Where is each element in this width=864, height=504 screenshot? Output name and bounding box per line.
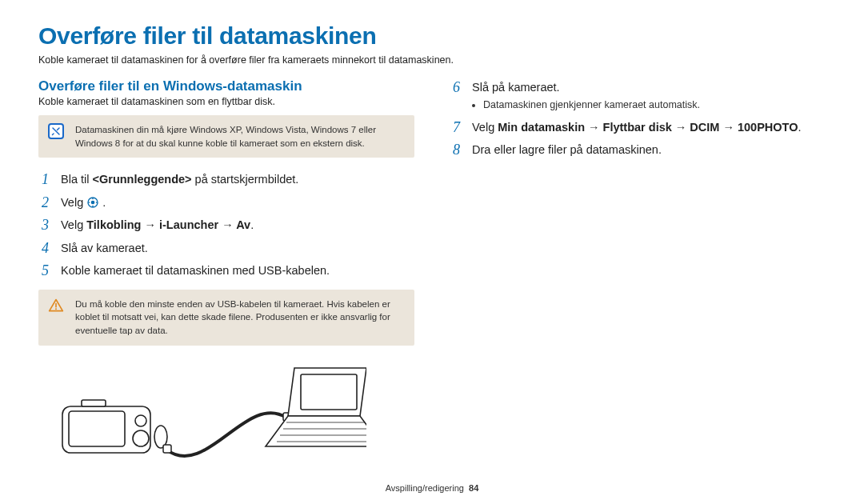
target-icon: [86, 196, 99, 209]
step-1-text-c: på startskjermbildet.: [192, 173, 299, 186]
right-column: Slå på kameraet. Datamaskinen gjenkjenne…: [450, 78, 826, 467]
svg-point-5: [96, 202, 98, 203]
step-3-text-c: .: [250, 218, 254, 231]
steps-list-right: Slå på kameraet. Datamaskinen gjenkjenne…: [450, 78, 826, 159]
camera-to-laptop-illustration: [46, 360, 414, 467]
section-subintro: Koble kameraet til datamaskinen som en f…: [38, 96, 414, 107]
svg-point-4: [89, 202, 90, 203]
step-5-text: Koble kameraet til datamaskinen med USB-…: [61, 264, 330, 277]
step-7-text-c: .: [798, 121, 801, 134]
step-1-text-a: Bla til: [61, 173, 93, 186]
step-6: Slå på kameraet. Datamaskinen gjenkjenne…: [450, 78, 826, 114]
step-6-sublist: Datamaskinen gjenkjenner kameraet automa…: [483, 98, 826, 113]
warning-note-text: Du må koble den minste enden av USB-kabe…: [75, 299, 390, 335]
svg-rect-9: [69, 411, 125, 446]
info-note-text: Datamaskinen din må kjøre Windows XP, Wi…: [75, 125, 376, 148]
step-7-text-b: Min datamaskin → Flyttbar disk → DCIM → …: [498, 121, 798, 134]
two-column-layout: Overføre filer til en Windows-datamaskin…: [38, 78, 826, 467]
warning-icon: [48, 298, 64, 314]
step-1-text-b: <Grunnleggende>: [93, 173, 192, 186]
step-4: Slå av kameraet.: [38, 239, 414, 257]
left-column: Overføre filer til en Windows-datamaskin…: [38, 78, 414, 467]
section-title: Overføre filer til en Windows-datamaskin: [38, 78, 414, 94]
svg-rect-16: [301, 374, 357, 410]
page-title: Overføre filer til datamaskinen: [38, 22, 826, 50]
step-7: Velg Min datamaskin → Flyttbar disk → DC…: [450, 118, 826, 136]
info-note-box: Datamaskinen din må kjøre Windows XP, Wi…: [38, 115, 414, 158]
info-icon: [48, 123, 64, 139]
footer-section: Avspilling/redigering: [386, 483, 464, 493]
steps-list-left: Bla til <Grunnleggende> på startskjermbi…: [38, 170, 414, 279]
svg-point-3: [92, 206, 94, 207]
step-6-text: Slå på kameraet.: [472, 81, 560, 94]
step-8-text: Dra eller lagre filer på datamaskinen.: [472, 143, 662, 156]
step-1: Bla til <Grunnleggende> på startskjermbi…: [38, 170, 414, 188]
svg-rect-14: [163, 445, 171, 453]
step-8: Dra eller lagre filer på datamaskinen.: [450, 141, 826, 158]
step-5: Koble kameraet til datamaskinen med USB-…: [38, 262, 414, 279]
step-7-text-a: Velg: [472, 121, 498, 134]
step-3-text-b: Tilkobling → i-Launcher → Av: [86, 218, 250, 231]
step-4-text: Slå av kameraet.: [61, 242, 148, 254]
svg-point-1: [91, 200, 95, 204]
svg-rect-12: [82, 400, 106, 406]
footer-page-number: 84: [469, 483, 478, 493]
svg-point-11: [133, 430, 149, 446]
step-6-bullet: Datamaskinen gjenkjenner kameraet automa…: [483, 98, 826, 113]
step-2-text: Velg: [61, 196, 86, 209]
svg-point-10: [135, 415, 146, 426]
svg-point-7: [55, 308, 57, 310]
step-3: Velg Tilkobling → i-Launcher → Av.: [38, 216, 414, 234]
svg-point-2: [92, 198, 94, 199]
page-intro: Koble kameraet til datamaskinen for å ov…: [38, 54, 826, 66]
page-footer: Avspilling/redigering 84: [0, 483, 864, 493]
step-2: Velg .: [38, 194, 414, 211]
step-3-text-a: Velg: [61, 218, 86, 231]
warning-note-box: Du må koble den minste enden av USB-kabe…: [38, 290, 414, 346]
